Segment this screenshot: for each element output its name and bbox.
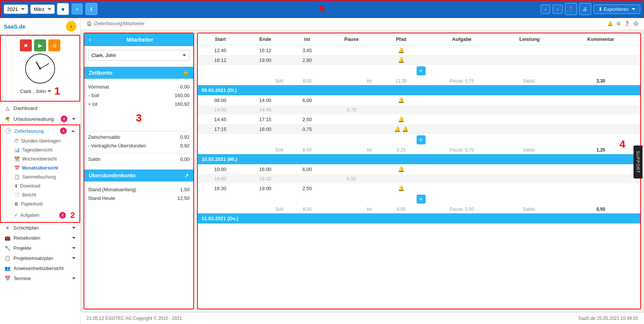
reisekosten-icon: 💼 <box>4 235 10 241</box>
sidebar-item-download[interactable]: ⬇ Download <box>1 182 79 190</box>
sidebar-item-urlaubsverwaltung[interactable]: 🌴 Urlaubsverwaltung 4 <box>0 113 80 124</box>
breadcrumb-path: /Zeiterfassung/Mitarbeiter <box>94 21 145 26</box>
help-icon[interactable]: ❓ <box>624 21 630 26</box>
col-end: Ende <box>243 33 288 45</box>
sidebar-item-projekte[interactable]: 🔧 Projekte <box>0 243 80 253</box>
back-btn[interactable]: ‹ <box>66 21 76 32</box>
print-btn[interactable]: 🖨 <box>579 3 591 15</box>
cell-aufgabe <box>426 95 498 105</box>
sidebar-item-zeiterfassung[interactable]: 🕐 Zeiterfassung 4 <box>1 125 79 136</box>
sidebar-item-reisekosten[interactable]: 💼 Reisekosten <box>0 233 80 243</box>
projekte-icon: 🔧 <box>4 245 10 251</box>
reisekosten-label: Reisekosten <box>13 235 40 241</box>
export-btn[interactable]: ⬇ Exportieren <box>593 4 640 14</box>
papierkorb-icon: 🗑 <box>14 201 19 207</box>
stand-anfang-row: Stand (Monatsanfang) 1,50 <box>88 185 190 194</box>
zeiterfassung-label: Zeiterfassung <box>14 128 44 134</box>
cell-pfad: 🔔 <box>377 114 426 124</box>
cell-end: 16:00 <box>243 164 288 174</box>
right-panel: 4 Start Ende Ist Pause Pfad Aufgabe Leis… <box>197 33 641 309</box>
stand-anfang-label: Stand (Monatsanfang) <box>88 187 136 192</box>
home-icon: 🏠 <box>87 21 92 26</box>
add-btn[interactable]: + <box>71 3 83 15</box>
table-header-row: Start Ende Ist Pause Pfad Aufgabe Leistu… <box>198 33 640 45</box>
cell-ist: 2,50 <box>288 183 327 193</box>
col-ist: Ist <box>288 33 327 45</box>
bericht-icon: 📄 <box>14 192 20 198</box>
dashboard-label: Dashboard <box>13 105 37 111</box>
sidebar-item-sammel[interactable]: 📋 Sammelbuchung <box>1 172 79 182</box>
vertrag-value: 0,92 <box>180 143 190 148</box>
reisekosten-chevron <box>72 237 76 239</box>
power-icon[interactable]: ⏻ <box>634 21 638 26</box>
aufgaben-icon: ✓ <box>14 213 18 218</box>
table-row: 12:45 16:12 3,45 🔔 <box>198 45 640 56</box>
col-pfad: Pfad <box>377 33 426 45</box>
aufgaben-label: Aufgaben <box>20 213 39 218</box>
stop-action-btn[interactable]: ■ <box>20 39 32 51</box>
zwischensaldo-label: Zwischensaldo <box>88 134 120 140</box>
cell-leistung <box>498 55 561 65</box>
support-tab[interactable]: SUPPORT <box>634 146 643 178</box>
mitarbeiter-title: Mitarbeiter <box>126 37 153 43</box>
stop-btn[interactable]: ■ <box>57 3 69 15</box>
cell-kommentar <box>561 95 640 105</box>
sidebar-item-tages[interactable]: 📊 Tagesübersicht <box>1 146 79 154</box>
cell-aufgabe <box>426 164 498 174</box>
grid-icon[interactable]: ⊞ <box>617 21 620 26</box>
add-entry-btn-10[interactable]: + <box>417 195 426 204</box>
vormonat-label: Vormonat <box>88 84 109 90</box>
cell-end: 17:15 <box>243 114 288 124</box>
sidebar-item-anwesenheit[interactable]: 👥 Anwesenheitsübersicht <box>0 263 80 273</box>
nav-prev-btn[interactable]: ‹ <box>541 4 550 14</box>
info-btn[interactable]: ℹ <box>85 3 97 15</box>
add-entry-btn-09[interactable]: + <box>417 135 426 144</box>
print-action-btn[interactable]: 🖨 <box>48 39 60 51</box>
cell-aufgabe <box>426 174 498 183</box>
play-action-btn[interactable]: ▶ <box>34 39 46 51</box>
user-name[interactable]: Clark , John <box>20 88 46 94</box>
employee-select[interactable]: Clark, John <box>88 50 190 61</box>
table-row: 16:30 19:00 2,50 🔔 <box>198 183 640 193</box>
sidebar-item-termine[interactable]: 📅 Termine <box>0 273 80 284</box>
panel-toggle-btn[interactable]: ‹ <box>89 36 91 43</box>
cell-kommentar <box>561 183 640 193</box>
summary-row-09: Soll: 8,00 Ist: 9,25 Pause: 0,75 Saldo: … <box>198 146 640 154</box>
action-buttons: ■ ▶ 🖨 <box>20 39 60 51</box>
employee-chevron <box>182 54 186 56</box>
cell-pause <box>327 183 377 193</box>
cell-pfad <box>377 174 426 183</box>
projekteinsatz-label: Projekteinsatzplan <box>13 255 53 261</box>
prev-pause: 0,75 <box>465 78 474 84</box>
sidebar-item-projekteinsatz[interactable]: 📋 Projekteinsatzplan <box>0 253 80 263</box>
bell-orange-icon: 🔔 <box>402 126 408 132</box>
cell-ist: 2,50 <box>288 114 327 124</box>
day-label-09: 09.03.2021 (Di.) <box>198 85 640 95</box>
year-select[interactable]: 2021 <box>4 4 28 14</box>
stand-heute-row: Stand Heute 12,50 <box>88 194 190 202</box>
bell-icon[interactable]: 🔔 <box>607 21 613 26</box>
export-icon: ⬇ <box>598 6 602 12</box>
projekte-chevron <box>72 247 76 249</box>
tages-icon: 📊 <box>14 147 20 153</box>
papierkorb-label: Papierkorb <box>21 201 43 207</box>
sidebar-item-bericht[interactable]: 📄 Bericht <box>1 190 79 200</box>
sidebar-item-wochen[interactable]: 📆 Wochenübersicht <box>1 154 79 164</box>
cell-leistung <box>498 105 561 114</box>
cell-leistung <box>498 95 561 105</box>
sidebar-item-stunden[interactable]: ⏱ Stunden übertragen <box>1 136 79 146</box>
location-btn[interactable]: 📍 <box>565 3 577 15</box>
sidebar-item-aufgaben[interactable]: ✓ Aufgaben 4 2 <box>1 208 79 222</box>
month-select[interactable]: März <box>30 4 55 14</box>
sidebar-item-schichtplan[interactable]: ≡ Schichtplan <box>0 223 80 233</box>
sidebar-item-papierkorb[interactable]: 🗑 Papierkorb <box>1 200 79 208</box>
zeiterfassung-section: 🕐 Zeiterfassung 4 ⏱ Stunden übertragen 📊… <box>0 124 80 223</box>
sidebar-item-dashboard[interactable]: △ Dashboard <box>0 103 80 113</box>
nav-next-btn[interactable]: › <box>553 4 562 14</box>
label-1: 1 <box>54 85 60 97</box>
saldo-10: 0,50 <box>561 205 640 213</box>
projekteinsatz-icon: 📋 <box>4 255 10 261</box>
add-entry-btn[interactable]: + <box>417 66 426 75</box>
termine-chevron <box>72 278 76 279</box>
sidebar-item-monats[interactable]: 📅 Monatsübersicht <box>1 164 79 172</box>
